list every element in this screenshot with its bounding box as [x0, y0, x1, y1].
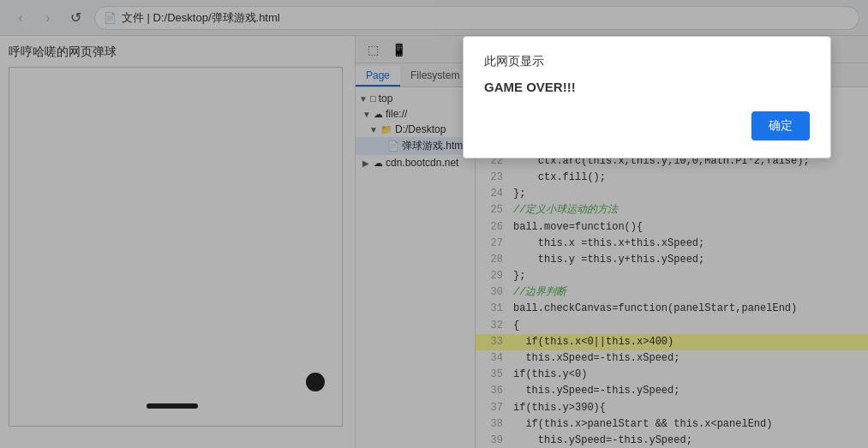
label-cdn: cdn.bootcdn.net [386, 157, 458, 169]
dialog-ok-button[interactable]: 确定 [751, 111, 810, 140]
tree-item-top[interactable]: ▼ □ top [356, 91, 475, 106]
forward-button[interactable]: › [36, 6, 60, 30]
code-line-35: 35 if(this.y<0) [476, 367, 868, 383]
icon-file: ☁ [374, 109, 383, 120]
toggle-top: ▼ [359, 94, 368, 104]
code-text-39: this.ySpeed=-this.ySpeed; [513, 433, 692, 448]
line-num-36: 36 [482, 383, 503, 399]
code-line-36: 36 this.ySpeed=-this.ySpeed; [476, 383, 868, 399]
line-num-34: 34 [482, 350, 503, 367]
reload-button[interactable]: ↺ [63, 6, 87, 30]
code-line-25: 25 //定义小球运动的方法 [476, 202, 868, 218]
file-tree: ▼ □ top ▼ ☁ file:// ▼ 📁 D:/Desktop 📄 [356, 87, 476, 448]
dialog-footer: 确定 [484, 111, 810, 140]
tree-item-desktop[interactable]: ▼ 📁 D:/Desktop [356, 122, 475, 137]
code-text-29: }; [513, 268, 525, 284]
line-num-32: 32 [482, 318, 503, 334]
code-text-25: //定义小球运动的方法 [513, 202, 618, 218]
code-text-32: { [513, 318, 519, 334]
dialog-message: GAME OVER!!! [484, 80, 810, 94]
code-line-33: 33 if(this.x<0||this.x>400) [476, 334, 868, 350]
icon-desktop: 📁 [380, 124, 392, 135]
address-bar[interactable]: 📄 文件 | D:/Desktop/弹球游戏.html [94, 6, 859, 30]
line-num-26: 26 [482, 219, 503, 236]
webpage-area: 呼哼哈嗟的网页弹球 [0, 36, 356, 448]
dialog-box: 此网页显示 GAME OVER!!! 确定 [463, 36, 831, 158]
code-text-38: if(this.x>panelStart && this.x<panelEnd) [513, 416, 772, 433]
page-title: 呼哼哈嗟的网页弹球 [9, 45, 346, 60]
toggle-file: ▼ [362, 110, 371, 119]
game-paddle [147, 403, 198, 409]
line-num-23: 23 [482, 170, 503, 186]
label-desktop: D:/Desktop [395, 123, 446, 135]
code-line-31: 31 ball.checkCanvas=function(panelStart,… [476, 301, 868, 317]
nav-buttons: ‹ › ↺ [9, 6, 87, 30]
code-text-31: ball.checkCanvas=function(panelStart,pan… [513, 301, 797, 317]
code-text-37: if(this.y>390){ [513, 400, 606, 416]
line-num-25: 25 [482, 202, 503, 218]
code-text-23: ctx.fill(); [513, 170, 606, 186]
line-num-35: 35 [482, 367, 503, 383]
code-text-35: if(this.y<0) [513, 367, 587, 383]
toggle-desktop: ▼ [369, 125, 378, 134]
code-line-28: 28 this.y =this.y+this.ySpeed; [476, 252, 868, 268]
code-text-24: }; [513, 186, 525, 202]
code-line-23: 23 ctx.fill(); [476, 170, 868, 186]
code-text-30: //边界判断 [513, 284, 566, 301]
code-line-32: 32 { [476, 318, 868, 334]
icon-html: 📄 [387, 140, 399, 152]
code-text-34: this.xSpeed=-this.xSpeed; [513, 350, 679, 367]
label-top: top [379, 93, 393, 105]
label-file: file:// [386, 108, 407, 120]
game-canvas [9, 67, 343, 427]
line-num-24: 24 [482, 186, 503, 202]
game-ball [306, 373, 325, 391]
line-num-37: 37 [482, 400, 503, 416]
toggle-cdn: ▶ [362, 158, 371, 168]
code-text-33: if(this.x<0||this.x>400) [513, 334, 673, 350]
line-num-39: 39 [482, 433, 503, 448]
line-num-33: 33 [482, 334, 503, 350]
dialog-header: 此网页显示 [484, 54, 810, 69]
tree-item-cdn[interactable]: ▶ ☁ cdn.bootcdn.net [356, 155, 475, 170]
line-num-30: 30 [482, 284, 503, 301]
back-button[interactable]: ‹ [9, 6, 33, 30]
label-html: 弹球游戏.html [402, 139, 465, 153]
line-num-28: 28 [482, 252, 503, 268]
line-num-29: 29 [482, 268, 503, 284]
icon-top: □ [370, 93, 376, 104]
tree-item-html[interactable]: 📄 弹球游戏.html [356, 137, 475, 155]
mobile-icon-btn[interactable]: 📱 [388, 39, 409, 60]
code-text-27: this.x =this.x+this.xSpeed; [513, 236, 704, 252]
tab-page[interactable]: Page [356, 66, 400, 87]
tree-item-file[interactable]: ▼ ☁ file:// [356, 106, 475, 122]
code-line-30: 30 //边界判断 [476, 284, 868, 301]
code-line-24: 24 }; [476, 186, 868, 202]
line-num-31: 31 [482, 301, 503, 317]
line-num-38: 38 [482, 416, 503, 433]
tab-filesystem[interactable]: Filesystem [400, 66, 470, 87]
line-num-27: 27 [482, 236, 503, 252]
toggle-html [376, 141, 385, 151]
code-text-26: ball.move=function(){ [513, 219, 643, 236]
code-line-37: 37 if(this.y>390){ [476, 400, 868, 416]
inspect-icon-btn[interactable]: ⬚ [362, 39, 383, 60]
file-icon: 📄 [104, 12, 117, 24]
code-line-26: 26 ball.move=function(){ [476, 219, 868, 236]
code-text-36: this.ySpeed=-this.ySpeed; [513, 383, 679, 399]
icon-cdn: ☁ [374, 158, 383, 169]
code-line-27: 27 this.x =this.x+this.xSpeed; [476, 236, 868, 252]
code-line-29: 29 }; [476, 268, 868, 284]
browser-toolbar: ‹ › ↺ 📄 文件 | D:/Desktop/弹球游戏.html [0, 0, 868, 36]
address-text: 文件 | D:/Desktop/弹球游戏.html [122, 10, 280, 26]
code-line-38: 38 if(this.x>panelStart && this.x<panelE… [476, 416, 868, 433]
code-line-39: 39 this.ySpeed=-this.ySpeed; [476, 433, 868, 448]
code-line-34: 34 this.xSpeed=-this.xSpeed; [476, 350, 868, 367]
code-text-28: this.y =this.y+this.ySpeed; [513, 252, 704, 268]
